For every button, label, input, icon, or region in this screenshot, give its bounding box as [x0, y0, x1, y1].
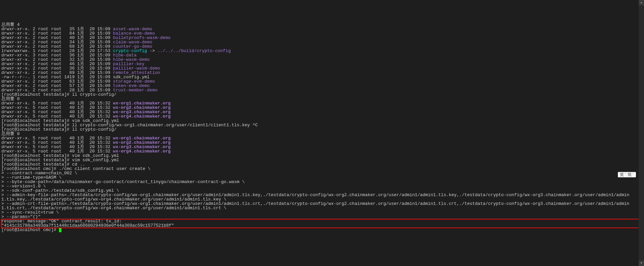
- response-highlight: [1, 219, 642, 228]
- cmd-line: > --contract-name=chain_002 \: [1, 171, 643, 175]
- terminal-view[interactable]: 总用量 4drwxr-xr-x. 2 root root 35 1月 20 15…: [0, 22, 644, 233]
- cmd-line: > --sync-result=true \: [1, 210, 643, 215]
- prompt-line: [root@localhost testdata]# ll crypto-con…: [1, 127, 643, 132]
- cursor-icon: [59, 228, 61, 232]
- prompt-line: [root@localhost testdata]# vim sdk_confi…: [1, 158, 643, 162]
- ime-indicator[interactable]: 英 ˙ 简 ˙: [618, 172, 636, 177]
- scroll-down-button[interactable]: ▾: [639, 261, 644, 266]
- prompt-line: [root@localhost testdata]# ll crypto-con…: [1, 92, 643, 97]
- prompt-line[interactable]: [root@localhost cmc]#: [1, 228, 643, 232]
- prompt-line: [root@localhost cmc]# ./cmc client contr…: [1, 167, 643, 171]
- cmd-line: > --byte-code-path=/data/chainmaker-go-c…: [1, 180, 643, 184]
- cmd-line: 1.tls.crt,./testdata/crypto-config/wx-or…: [1, 206, 643, 210]
- scroll-up-button[interactable]: ▴: [639, 4, 644, 5]
- scrollbar[interactable]: ▴ ▾: [639, 4, 644, 266]
